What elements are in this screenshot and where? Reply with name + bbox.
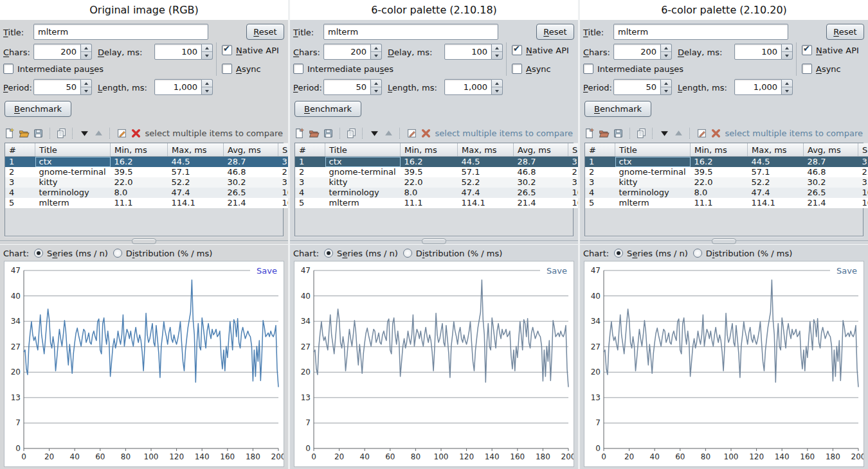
spin-down-button[interactable] xyxy=(661,87,671,94)
table-cell[interactable]: 30.2 xyxy=(224,177,278,188)
spin-down-button[interactable] xyxy=(81,52,91,59)
delay-input[interactable] xyxy=(444,44,492,60)
table-cell[interactable]: 1 xyxy=(585,157,615,168)
chars-input[interactable] xyxy=(323,44,371,60)
save-chart-link[interactable]: Save xyxy=(547,266,567,276)
spin-up-button[interactable] xyxy=(81,44,91,52)
table-cell[interactable]: 10.8 xyxy=(568,198,579,208)
table-row[interactable]: 5mlterm11.1114.121.410.8 xyxy=(5,198,288,208)
table-cell[interactable]: 52.2 xyxy=(458,177,514,188)
spin-up-button[interactable] xyxy=(371,44,381,52)
table-cell[interactable]: 10.8 xyxy=(858,198,868,208)
column-header[interactable]: Min, ms xyxy=(401,143,458,157)
table-cell[interactable]: terminology xyxy=(615,188,691,198)
async-checkbox[interactable]: Async xyxy=(222,64,261,74)
radio-distribution[interactable]: Distribution (% / ms) xyxy=(693,249,793,258)
save-icon[interactable] xyxy=(33,127,44,139)
column-header[interactable]: Max, ms xyxy=(458,143,514,157)
spin-down-button[interactable] xyxy=(81,87,91,94)
sort-desc-icon[interactable] xyxy=(658,127,670,139)
benchmark-button[interactable]: Benchmark xyxy=(5,101,71,117)
table-cell[interactable]: 5 xyxy=(5,198,35,208)
delay-input[interactable] xyxy=(154,44,202,60)
spin-down-button[interactable] xyxy=(371,52,381,59)
table-cell[interactable]: 8.0 xyxy=(691,188,748,198)
table-cell[interactable]: 3 xyxy=(5,177,35,188)
open-icon[interactable] xyxy=(19,127,30,139)
table-row[interactable]: 5mlterm11.1114.121.410.8 xyxy=(295,198,578,208)
table-row[interactable]: 4terminology8.047.426.510.6 xyxy=(585,188,868,198)
table-cell[interactable]: 114.1 xyxy=(168,198,224,208)
column-header[interactable]: # xyxy=(5,143,35,157)
period-input[interactable] xyxy=(613,79,661,95)
table-row[interactable]: 3kitty22.052.230.23.0 xyxy=(5,177,288,188)
table-cell[interactable]: 3.0 xyxy=(278,177,289,188)
save-icon[interactable] xyxy=(323,127,334,139)
async-checkbox[interactable]: Async xyxy=(512,64,551,74)
table-cell[interactable]: mlterm xyxy=(325,198,401,208)
table-cell[interactable]: kitty xyxy=(325,177,401,188)
native-api-checkbox[interactable]: Native API xyxy=(512,45,569,55)
radio-distribution[interactable]: Distribution (% / ms) xyxy=(113,249,213,258)
column-header[interactable]: Title xyxy=(35,143,111,157)
radio-distribution[interactable]: Distribution (% / ms) xyxy=(403,249,503,258)
reset-button[interactable]: Reset xyxy=(826,24,864,40)
save-chart-link[interactable]: Save xyxy=(257,266,277,276)
length-input[interactable] xyxy=(734,79,782,95)
table-row[interactable]: 4terminology8.047.426.510.6 xyxy=(295,188,578,198)
open-icon[interactable] xyxy=(599,127,610,139)
table-cell[interactable]: 26.5 xyxy=(224,188,278,198)
table-cell[interactable]: 21.4 xyxy=(514,198,568,208)
column-header[interactable]: Avg, ms xyxy=(804,143,858,157)
table-cell[interactable]: 2.0 xyxy=(568,167,579,177)
table-cell[interactable]: 1 xyxy=(295,157,325,168)
table-cell[interactable]: 57.1 xyxy=(458,167,514,177)
spin-up-button[interactable] xyxy=(661,44,671,52)
splitter-grip[interactable] xyxy=(132,238,156,244)
edit-icon[interactable] xyxy=(406,127,417,139)
table-cell[interactable]: gnome-terminal xyxy=(615,167,691,177)
column-header[interactable]: Min, ms xyxy=(691,143,748,157)
table-row[interactable]: 3kitty22.052.230.23.0 xyxy=(585,177,868,188)
copy-icon[interactable] xyxy=(346,127,357,139)
spin-up-button[interactable] xyxy=(782,44,792,52)
table-cell[interactable]: 46.8 xyxy=(804,167,858,177)
table-row[interactable]: 4terminology8.047.426.510.6 xyxy=(5,188,288,198)
table-cell[interactable]: 46.8 xyxy=(514,167,568,177)
table-cell[interactable]: 16.2 xyxy=(401,157,458,168)
table-row[interactable]: 1ctx16.244.528.73.7 xyxy=(295,157,578,168)
table-cell[interactable]: 2.0 xyxy=(858,167,868,177)
table-row[interactable]: 2gnome-terminal39.557.146.82.0 xyxy=(5,167,288,177)
table-cell[interactable]: 10.8 xyxy=(278,198,289,208)
spin-down-button[interactable] xyxy=(371,87,381,94)
intermediate-pauses-checkbox[interactable]: Intermediate pauses xyxy=(583,64,683,74)
title-input[interactable] xyxy=(33,24,208,40)
sort-asc-icon[interactable] xyxy=(673,127,685,139)
edit-icon[interactable] xyxy=(116,127,127,139)
open-icon[interactable] xyxy=(309,127,320,139)
table-cell[interactable]: 4 xyxy=(5,188,35,198)
benchmark-button[interactable]: Benchmark xyxy=(584,101,651,117)
column-header[interactable]: Avg, ms xyxy=(224,143,278,157)
column-header[interactable]: Title xyxy=(325,143,401,157)
table-row[interactable]: 5mlterm11.1114.121.410.8 xyxy=(585,198,868,208)
new-icon[interactable] xyxy=(4,127,15,139)
splitter[interactable] xyxy=(580,240,868,245)
save-icon[interactable] xyxy=(613,127,624,139)
table-cell[interactable]: 46.8 xyxy=(224,167,278,177)
radio-series[interactable]: Series (ms / n) xyxy=(614,249,688,258)
length-input[interactable] xyxy=(154,79,202,95)
table-cell[interactable]: 52.2 xyxy=(748,177,804,188)
column-header[interactable]: Avg, ms xyxy=(514,143,568,157)
spin-up-button[interactable] xyxy=(661,80,671,87)
delay-input[interactable] xyxy=(734,44,782,60)
table-cell[interactable]: 57.1 xyxy=(748,167,804,177)
spin-down-button[interactable] xyxy=(782,87,792,94)
chars-input[interactable] xyxy=(33,44,81,60)
table-cell[interactable]: 10.6 xyxy=(568,188,579,198)
table-cell[interactable]: kitty xyxy=(615,177,691,188)
intermediate-pauses-checkbox[interactable]: Intermediate pauses xyxy=(293,64,393,74)
table-cell[interactable]: gnome-terminal xyxy=(325,167,401,177)
delete-icon[interactable] xyxy=(420,127,432,139)
table-cell[interactable]: 4 xyxy=(295,188,325,198)
